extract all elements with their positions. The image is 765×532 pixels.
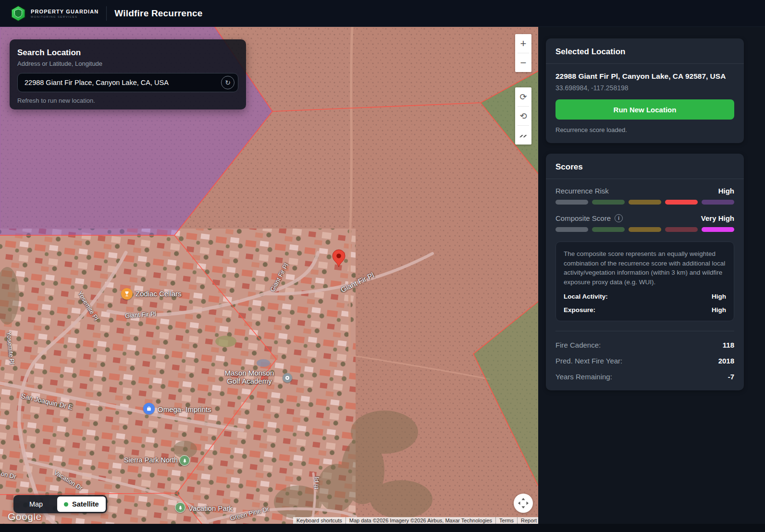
top-bar: PROPERTY GUARDIAN MONITORING SERVICES Wi… [0, 0, 765, 27]
map-attribution: Keyboard shortcuts Map data ©2026 Imager… [293, 517, 538, 524]
satellite-active-dot [64, 502, 68, 507]
tree-icon[interactable] [179, 455, 190, 466]
sidebar: Selected Location 22988 Giant Fir Pl, Ca… [538, 27, 765, 532]
tilt-view-button[interactable] [515, 126, 531, 145]
terms-link[interactable]: Terms [495, 517, 517, 524]
next-fire-year-label: Pred. Next Fire Year: [555, 357, 622, 365]
zoom-in-button[interactable]: + [515, 34, 531, 53]
map-type-toggle: Map Satellite [13, 495, 107, 513]
shield-hexagon-logo-icon [11, 5, 26, 22]
scores-card: Scores Recurrence Risk High [546, 154, 744, 390]
selected-location-title: Selected Location [555, 47, 734, 57]
search-location-panel: Search Location Address or Latitude, Lon… [10, 39, 246, 109]
exposure-label: Exposure: [564, 306, 595, 314]
fire-cadence-value: 118 [723, 341, 734, 349]
composite-score-label: Composite Score [555, 214, 611, 222]
selected-coordinates: 33.698984, -117.258198 [555, 84, 734, 92]
composite-score-meter [555, 227, 734, 232]
brand: PROPERTY GUARDIAN MONITORING SERVICES [11, 5, 99, 22]
meter-segment [665, 200, 698, 205]
app-root: PROPERTY GUARDIAN MONITORING SERVICES Wi… [0, 0, 765, 532]
meter-segment [592, 227, 625, 232]
bottom-strip [0, 524, 765, 532]
selected-location-card: Selected Location 22988 Giant Fir Pl, Ca… [546, 38, 744, 143]
run-new-location-button[interactable]: Run New Location [555, 99, 734, 120]
pan-control-button[interactable] [514, 494, 533, 513]
local-activity-value: High [712, 293, 726, 300]
stat-row: Fire Cadence: 118 [555, 341, 734, 349]
tree-icon[interactable] [175, 502, 185, 513]
scores-title: Scores [555, 162, 734, 172]
refresh-icon[interactable]: ↻ [221, 76, 234, 89]
status-text: Recurrence score loaded. [555, 126, 734, 133]
recurrence-risk-value: High [718, 187, 734, 195]
map-canvas[interactable]: Yosemite Pl Yosemite Pl Giant Fir Pl Gia… [0, 27, 538, 524]
zoom-out-button[interactable]: − [515, 53, 531, 72]
years-remaining-label: Years Remaining: [555, 373, 612, 381]
recurrence-risk-label: Recurrence Risk [555, 187, 609, 195]
meter-segment [555, 227, 588, 232]
meter-segment [629, 227, 661, 232]
fire-stats: Fire Cadence: 118 Pred. Next Fire Year: … [555, 331, 734, 381]
pan-arrows-icon [517, 497, 530, 509]
local-activity-label: Local Activity: [564, 293, 608, 300]
map-view-button[interactable]: Map [15, 500, 57, 508]
rotate-clockwise-button[interactable]: ⟳ [515, 87, 531, 106]
tilt-icon [519, 132, 528, 139]
composite-description: The composite score represents an equall… [564, 249, 726, 287]
shopping-bag-icon[interactable] [143, 403, 155, 414]
meter-segment [702, 227, 734, 232]
search-input[interactable] [17, 73, 238, 92]
header-divider [106, 6, 107, 21]
fire-cadence-label: Fire Cadence: [555, 341, 601, 349]
dot-pin-icon[interactable] [283, 373, 292, 383]
meter-segment [592, 200, 625, 205]
meter-segment [665, 227, 698, 232]
composite-score-value: Very High [701, 214, 734, 222]
rotate-control: ⟳ ⟲ [515, 87, 531, 145]
years-remaining-value: -7 [728, 373, 734, 381]
composite-description-box: The composite score represents an equall… [555, 242, 734, 321]
next-fire-year-value: 2018 [718, 357, 734, 365]
report-map-error-link[interactable]: Report a map error [517, 517, 538, 524]
exposure-value: High [712, 306, 726, 314]
brand-tagline: MONITORING SERVICES [31, 15, 99, 18]
meter-segment [555, 200, 588, 205]
search-helper-text: Refresh to run new location. [17, 97, 238, 104]
info-icon[interactable]: i [615, 214, 623, 222]
meter-segment [702, 200, 734, 205]
wine-glass-icon[interactable] [121, 288, 133, 300]
zoom-control: + − [515, 34, 531, 72]
stat-row: Years Remaining: -7 [555, 373, 734, 381]
stat-row: Pred. Next Fire Year: 2018 [555, 357, 734, 365]
search-panel-title: Search Location [17, 48, 238, 58]
recurrence-risk-meter [555, 200, 734, 205]
page-title: Wildfire Recurrence [114, 8, 202, 19]
selected-address: 22988 Giant Fir Pl, Canyon Lake, CA 9258… [555, 72, 734, 81]
search-panel-subtitle: Address or Latitude, Longitude [17, 60, 238, 67]
brand-name: PROPERTY GUARDIAN [31, 9, 99, 14]
meter-segment [629, 200, 661, 205]
rotate-counterclockwise-button[interactable]: ⟲ [515, 107, 531, 125]
map-data-text: Map data ©2026 Imagery ©2026 Airbus, Max… [345, 517, 495, 524]
keyboard-shortcuts-link[interactable]: Keyboard shortcuts [293, 517, 345, 524]
satellite-view-button[interactable]: Satellite [57, 496, 106, 512]
